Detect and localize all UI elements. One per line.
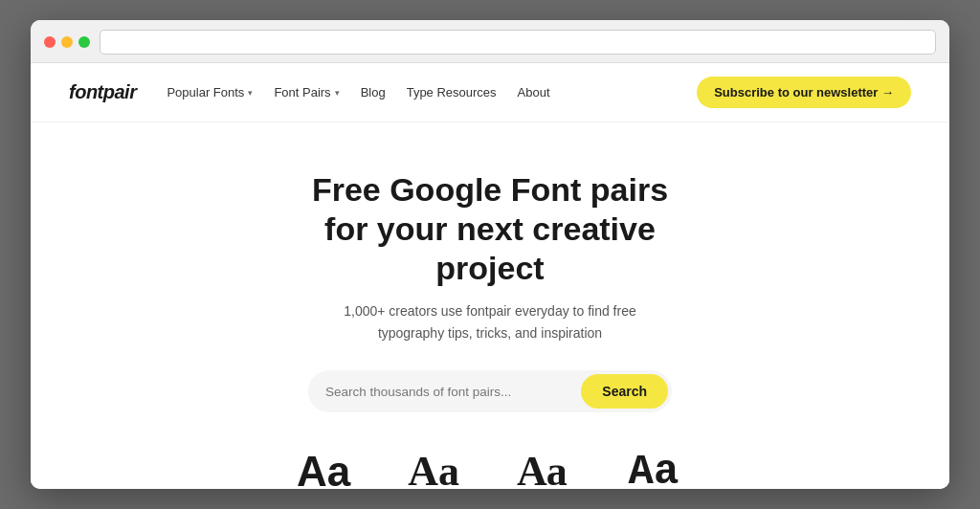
site-logo[interactable]: fontpair xyxy=(69,81,136,103)
traffic-lights xyxy=(44,36,90,48)
serif-preview: Aa xyxy=(408,451,459,489)
category-display[interactable]: Aa Display xyxy=(517,451,567,489)
search-container: Search xyxy=(308,370,672,412)
font-categories: Aa Sans-Serif Aa Serif Aa Display Aa Mon… xyxy=(278,451,702,489)
search-input[interactable] xyxy=(325,377,581,407)
chevron-down-icon: ▾ xyxy=(248,88,253,98)
nav-font-pairs[interactable]: Font Pairs ▾ xyxy=(274,85,339,100)
search-button[interactable]: Search xyxy=(581,374,668,409)
browser-content: fontpair Popular Fonts ▾ Font Pairs ▾ Bl… xyxy=(31,63,949,489)
nav-popular-fonts[interactable]: Popular Fonts ▾ xyxy=(167,85,253,100)
hero-title: Free Google Font pairs for your next cre… xyxy=(289,170,691,287)
minimize-button[interactable] xyxy=(61,36,73,48)
nav-links: Popular Fonts ▾ Font Pairs ▾ Blog Type R… xyxy=(167,85,697,100)
category-sans-serif[interactable]: Aa Sans-Serif xyxy=(297,451,350,489)
navbar: fontpair Popular Fonts ▾ Font Pairs ▾ Bl… xyxy=(31,63,949,122)
browser-window: fontpair Popular Fonts ▾ Font Pairs ▾ Bl… xyxy=(31,20,949,489)
monospace-preview: Aa xyxy=(628,451,679,489)
close-button[interactable] xyxy=(44,36,56,48)
nav-about[interactable]: About xyxy=(518,85,550,100)
hero-section: Free Google Font pairs for your next cre… xyxy=(31,122,949,489)
subscribe-button[interactable]: Subscribe to our newsletter → xyxy=(697,77,911,108)
chevron-down-icon: ▾ xyxy=(335,88,340,98)
address-bar[interactable] xyxy=(100,30,936,55)
category-monospace[interactable]: Aa Monospace xyxy=(624,451,683,489)
category-serif[interactable]: Aa Serif xyxy=(408,451,459,489)
nav-blog[interactable]: Blog xyxy=(361,85,386,100)
sans-serif-preview: Aa xyxy=(297,451,350,489)
display-preview: Aa xyxy=(517,451,567,489)
maximize-button[interactable] xyxy=(78,36,90,48)
hero-subtitle: 1,000+ creators use fontpair everyday to… xyxy=(337,300,643,343)
browser-chrome xyxy=(31,20,949,63)
nav-type-resources[interactable]: Type Resources xyxy=(407,85,497,100)
